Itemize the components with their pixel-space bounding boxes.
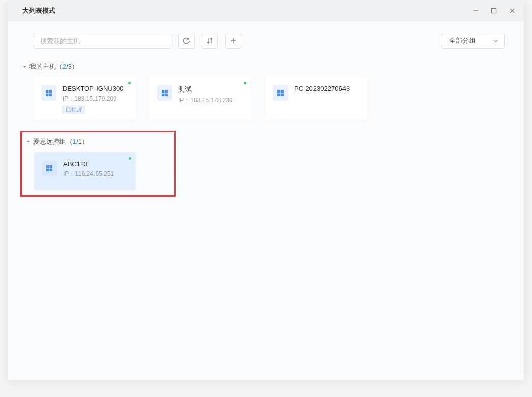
group-count: （2/3）	[56, 62, 78, 71]
svg-rect-16	[277, 94, 280, 97]
group-name: 爱思远控组	[33, 137, 66, 146]
svg-rect-15	[281, 90, 284, 93]
host-info: DESKTOP-IGNU300IP：183.15.179.209已锁屏	[62, 85, 128, 114]
search-input[interactable]	[34, 33, 171, 49]
window-controls	[471, 6, 517, 15]
group-count: （1/1）	[66, 137, 88, 146]
online-status-dot	[244, 82, 246, 84]
collapse-arrow-icon	[26, 139, 31, 144]
content-area: 我的主机 （2/3） DESKTOP-IGNU300IP：183.15.179.…	[8, 58, 524, 380]
host-name: ABC123	[63, 160, 128, 168]
windows-icon	[41, 85, 56, 101]
group-online-count: 2	[62, 63, 66, 70]
titlebar: 大列表模式	[8, 0, 524, 21]
add-button[interactable]	[225, 33, 241, 49]
online-status-dot	[128, 82, 131, 84]
sort-icon	[206, 37, 214, 45]
host-info: PC-202302270643	[294, 85, 359, 114]
windows-icon	[157, 85, 172, 101]
group-section: 我的主机 （2/3） DESKTOP-IGNU300IP：183.15.179.…	[22, 58, 515, 119]
windows-icon	[273, 85, 288, 101]
group-header[interactable]: 我的主机 （2/3）	[22, 58, 515, 77]
svg-rect-1	[492, 9, 496, 13]
host-card[interactable]: ABC123IP：116.24.65.251	[34, 152, 136, 190]
windows-icon	[42, 161, 57, 176]
group-online-count: 1	[73, 138, 76, 145]
svg-rect-18	[46, 165, 49, 168]
collapse-arrow-icon	[22, 64, 27, 69]
svg-rect-11	[165, 90, 168, 93]
maximize-icon	[490, 7, 497, 14]
group-filter-dropdown[interactable]: 全部分组	[442, 33, 505, 49]
group-section: 爱思远控组 （1/1） ABC123IP：116.24.65.251	[20, 131, 176, 197]
host-name: 测试	[178, 85, 243, 94]
toolbar: 全部分组	[8, 21, 524, 58]
group-filter-label: 全部分组	[449, 36, 476, 45]
host-grid: ABC123IP：116.24.65.251	[24, 152, 169, 190]
minimize-button[interactable]	[471, 6, 480, 15]
svg-rect-19	[50, 165, 53, 168]
maximize-button[interactable]	[489, 6, 498, 15]
sort-button[interactable]	[202, 33, 218, 49]
group-header[interactable]: 爱思远控组 （1/1）	[24, 135, 169, 149]
online-status-dot	[129, 157, 131, 160]
host-grid: DESKTOP-IGNU300IP：183.15.179.209已锁屏 测试IP…	[22, 77, 515, 119]
svg-rect-10	[162, 90, 165, 93]
host-status-badge: 已锁屏	[62, 105, 85, 114]
close-icon	[509, 7, 516, 14]
window-title: 大列表模式	[22, 6, 471, 15]
plus-icon	[229, 37, 237, 45]
svg-rect-9	[49, 94, 52, 97]
refresh-icon	[182, 37, 191, 45]
refresh-button[interactable]	[178, 33, 195, 49]
svg-rect-21	[50, 169, 53, 172]
chevron-down-icon	[493, 38, 499, 44]
svg-rect-13	[165, 94, 168, 97]
host-name: PC-202302270643	[294, 85, 359, 93]
host-ip: IP：183.15.179.209	[62, 95, 128, 103]
close-button[interactable]	[508, 6, 517, 15]
svg-rect-12	[162, 94, 165, 97]
minimize-icon	[472, 7, 479, 14]
svg-rect-20	[46, 169, 49, 172]
host-card[interactable]: 测试IP：183.15.178.239	[149, 77, 251, 119]
host-info: ABC123IP：116.24.65.251	[63, 160, 128, 185]
host-card[interactable]: DESKTOP-IGNU300IP：183.15.179.209已锁屏	[34, 77, 135, 119]
host-name: DESKTOP-IGNU300	[62, 85, 128, 93]
host-ip: IP：116.24.65.251	[63, 170, 128, 178]
svg-rect-17	[281, 94, 284, 97]
svg-rect-14	[277, 90, 280, 93]
host-info: 测试IP：183.15.178.239	[178, 85, 243, 114]
svg-rect-8	[46, 94, 49, 97]
host-ip: IP：183.15.178.239	[178, 96, 243, 105]
app-window: 大列表模式 全部分组 我的主机	[8, 0, 524, 380]
host-card[interactable]: PC-202302270643	[265, 77, 367, 119]
svg-rect-7	[49, 90, 52, 93]
group-name: 我的主机	[29, 62, 56, 71]
svg-rect-6	[46, 90, 49, 93]
